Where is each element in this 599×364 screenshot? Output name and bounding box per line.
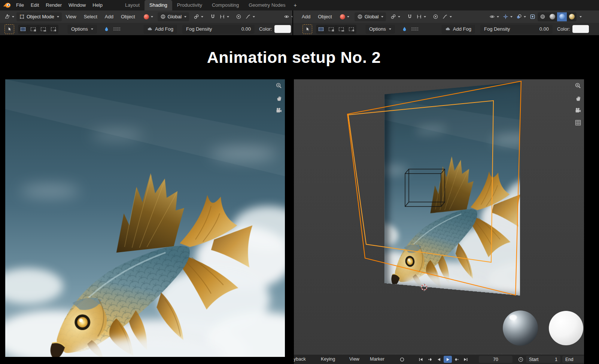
orientation-dropdown[interactable]: Global: [355, 12, 386, 21]
select-subtract-icon: [41, 27, 46, 31]
gizmos-dropdown[interactable]: [501, 12, 514, 21]
fluid-addon-button[interactable]: [102, 25, 111, 34]
shading-wireframe-button[interactable]: [538, 12, 547, 21]
overlays-dropdown[interactable]: [515, 12, 527, 21]
orientation-label: Global: [365, 14, 379, 19]
playback-controls: [417, 356, 470, 363]
jump-to-start-button[interactable]: [417, 356, 425, 363]
camera-view-icon[interactable]: [575, 107, 581, 114]
pan-hand-icon[interactable]: [276, 95, 282, 101]
visibility-dropdown[interactable]: [282, 12, 292, 21]
select-mode-extend-button[interactable]: [326, 25, 336, 34]
active-tool-button[interactable]: [4, 24, 14, 34]
menu-object[interactable]: Object: [314, 12, 335, 22]
visibility-dropdown[interactable]: [488, 12, 501, 21]
material-preview-dropdown[interactable]: [142, 12, 155, 21]
drag-grip-icon[interactable]: [113, 27, 120, 31]
proportional-editing-toggle[interactable]: [431, 12, 440, 21]
tab-layout[interactable]: Layout: [120, 0, 145, 10]
shading-dropdown[interactable]: [577, 12, 583, 21]
editor-type-button[interactable]: [3, 12, 16, 21]
pivot-point-dropdown[interactable]: [192, 12, 205, 21]
play-reverse-button[interactable]: [435, 356, 443, 363]
jump-to-end-button[interactable]: [462, 356, 470, 363]
frame-end-field[interactable]: End: [562, 356, 584, 363]
clock-icon: [518, 357, 524, 363]
menu-add[interactable]: Add: [101, 12, 117, 22]
falloff-curve-icon: [245, 14, 251, 19]
falloff-dropdown[interactable]: [244, 12, 256, 21]
menu-marker[interactable]: Marker: [370, 355, 384, 364]
select-mode-set-button[interactable]: [18, 25, 28, 34]
select-mode-extend-button[interactable]: [28, 25, 38, 34]
menu-view[interactable]: View: [349, 355, 359, 364]
menu-render[interactable]: Render: [42, 0, 65, 10]
options-label: Options: [369, 26, 386, 32]
options-dropdown[interactable]: Options: [365, 25, 395, 34]
mode-dropdown[interactable]: Object Mode: [16, 12, 62, 21]
ortho-grid-icon[interactable]: [575, 119, 581, 126]
shading-rendered-button[interactable]: [567, 12, 577, 21]
menu-file[interactable]: File: [13, 0, 27, 10]
pan-hand-icon[interactable]: [575, 95, 581, 101]
topbar: File Edit Render Window Help Layout Shad…: [0, 0, 599, 10]
snap-toggle[interactable]: [209, 12, 217, 21]
menu-view[interactable]: View: [63, 12, 80, 22]
tab-geometry-nodes[interactable]: Geometry Nodes: [244, 0, 290, 10]
proportional-editing-toggle[interactable]: [234, 12, 243, 21]
zoom-icon[interactable]: [575, 82, 581, 89]
select-mode-subtract-button[interactable]: [336, 25, 346, 34]
add-fog-button[interactable]: Add Fog: [441, 25, 475, 34]
tab-compositing[interactable]: Compositing: [207, 0, 244, 10]
shading-material-button[interactable]: [557, 12, 567, 21]
prev-keyframe-button[interactable]: [426, 356, 434, 363]
left-viewport[interactable]: [5, 79, 285, 357]
auto-key-icon[interactable]: [399, 357, 405, 363]
snap-magnet-icon: [407, 14, 413, 19]
tab-productivity[interactable]: Productivity: [172, 0, 207, 10]
camera-view-icon[interactable]: [276, 107, 282, 114]
snap-toggle[interactable]: [405, 12, 414, 21]
active-tool-button[interactable]: [302, 24, 312, 34]
fluid-addon-button[interactable]: [400, 25, 409, 34]
tab-shading[interactable]: Shading: [145, 0, 172, 10]
next-keyframe-button[interactable]: [453, 356, 461, 363]
add-fog-button[interactable]: Add Fog: [143, 25, 177, 34]
image-plane-object[interactable]: [384, 82, 520, 296]
menu-object[interactable]: Object: [118, 12, 139, 22]
fog-color-swatch[interactable]: [274, 25, 291, 33]
select-mode-invert-button[interactable]: [48, 25, 58, 34]
select-mode-subtract-button[interactable]: [38, 25, 48, 34]
menu-playback[interactable]: Playback: [294, 355, 306, 364]
select-mode-invert-button[interactable]: [346, 25, 356, 34]
snap-target-dropdown[interactable]: [218, 12, 231, 21]
eye-icon: [489, 14, 495, 19]
fog-color-swatch[interactable]: [572, 25, 589, 33]
menu-edit[interactable]: Edit: [27, 0, 42, 10]
right-viewport[interactable]: [294, 79, 584, 355]
blender-logo-icon[interactable]: [3, 2, 11, 8]
zoom-icon[interactable]: [276, 82, 282, 89]
orientation-dropdown[interactable]: Global: [158, 12, 189, 21]
snap-magnet-icon: [210, 14, 216, 19]
shading-solid-button[interactable]: [547, 12, 557, 21]
snap-target-dropdown[interactable]: [415, 12, 428, 21]
play-button[interactable]: [444, 356, 452, 363]
xray-toggle[interactable]: [528, 12, 537, 21]
drag-grip-icon[interactable]: [411, 27, 418, 31]
current-frame-field[interactable]: 70: [479, 356, 513, 363]
fog-density-slider[interactable]: Fog Density0.00: [182, 25, 255, 34]
new-workspace-button[interactable]: +: [291, 0, 300, 10]
menu-help[interactable]: Help: [89, 0, 106, 10]
menu-keying[interactable]: Keying: [321, 355, 335, 364]
falloff-dropdown[interactable]: [441, 12, 453, 21]
material-preview-dropdown[interactable]: [338, 12, 351, 21]
fog-density-slider[interactable]: Fog Density0.00: [480, 25, 553, 34]
menu-window[interactable]: Window: [65, 0, 89, 10]
menu-select[interactable]: Select: [80, 12, 101, 22]
select-mode-set-button[interactable]: [316, 25, 326, 34]
frame-start-field[interactable]: Start 1: [526, 356, 560, 363]
menu-add[interactable]: Add: [298, 12, 314, 22]
pivot-point-dropdown[interactable]: [389, 12, 402, 21]
options-dropdown[interactable]: Options: [67, 25, 97, 34]
